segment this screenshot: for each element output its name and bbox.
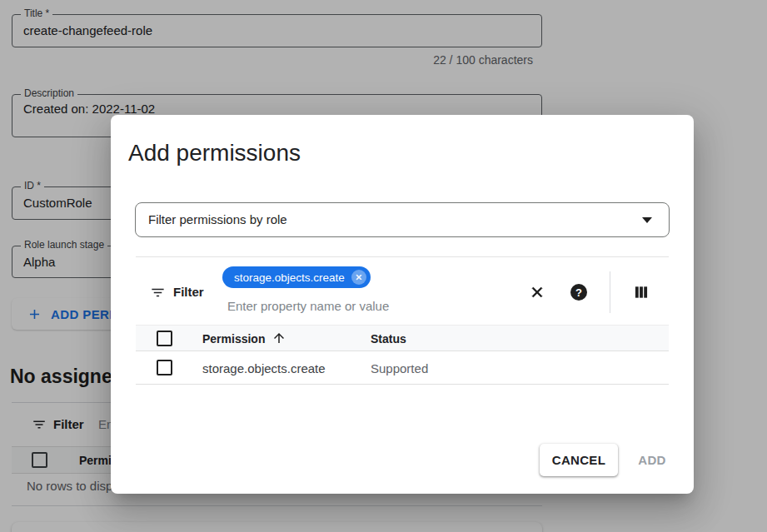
role-filter-placeholder: Filter permissions by role — [148, 203, 287, 236]
toolbar-divider — [610, 271, 610, 313]
chip-remove-button[interactable] — [351, 270, 366, 285]
filter-chip-label: storage.objects.create — [234, 271, 345, 284]
table-row[interactable]: storage.objects.create Supported — [136, 351, 669, 385]
close-icon — [529, 284, 545, 301]
permission-cell: storage.objects.create — [202, 361, 326, 375]
chevron-down-icon — [642, 217, 652, 223]
filter-input-placeholder[interactable]: Enter property name or value — [227, 299, 389, 313]
sort-ascending-icon[interactable] — [271, 331, 286, 346]
status-cell: Supported — [371, 361, 428, 375]
permissions-filter-toolbar: Filter storage.objects.create Enter prop… — [136, 256, 669, 325]
filter-chip[interactable]: storage.objects.create — [222, 266, 371, 288]
filter-label: Filter — [173, 285, 204, 299]
row-checkbox[interactable] — [157, 360, 172, 375]
select-all-checkbox[interactable] — [157, 331, 172, 346]
role-filter-dropdown[interactable]: Filter permissions by role — [135, 202, 670, 237]
add-button[interactable]: ADD — [627, 444, 677, 476]
dialog-title: Add permissions — [128, 140, 301, 167]
close-icon — [355, 273, 363, 281]
status-column-header[interactable]: Status — [371, 332, 406, 346]
permission-column-header[interactable]: Permission — [202, 332, 265, 346]
filter-icon — [150, 285, 166, 301]
clear-filters-button[interactable] — [525, 281, 549, 304]
help-icon: ? — [570, 284, 587, 301]
permissions-table: Permission Status storage.objects.create… — [136, 325, 669, 385]
column-display-options-button[interactable] — [630, 281, 653, 304]
add-permissions-dialog: Add permissions Filter permissions by ro… — [111, 115, 694, 494]
columns-icon — [633, 284, 650, 301]
permissions-table-header: Permission Status — [136, 325, 669, 351]
cancel-button[interactable]: CANCEL — [540, 444, 618, 476]
help-button[interactable]: ? — [567, 281, 590, 304]
